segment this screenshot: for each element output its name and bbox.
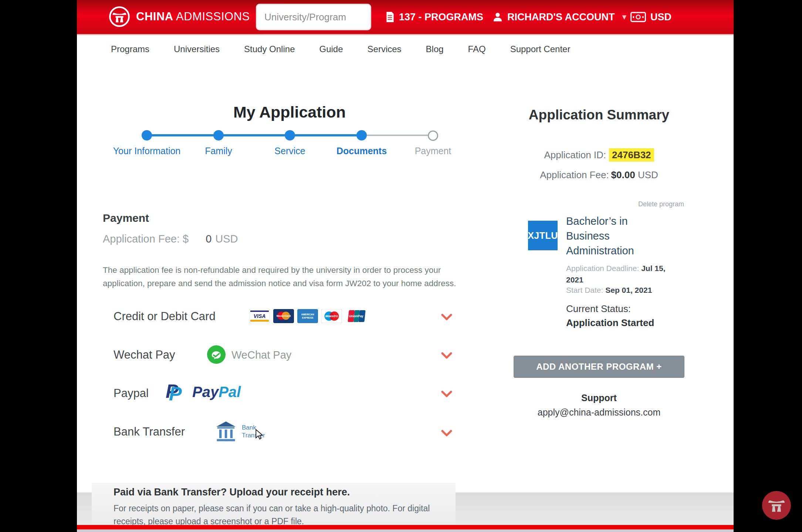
step-dot-your-information[interactable] (142, 130, 152, 140)
step-dot-payment[interactable] (428, 131, 438, 141)
step-dot-service[interactable] (285, 130, 295, 140)
application-id-value: 2476B32 (609, 148, 654, 162)
maestro-icon: Maestro (321, 309, 342, 323)
delete-program-link[interactable]: Delete program (514, 200, 684, 208)
svg-text:Maestro: Maestro (325, 314, 338, 318)
summary-fee-line: Application Fee:$0.00 USD (514, 169, 684, 181)
expand-wechat-chevron-icon[interactable] (441, 352, 452, 359)
bank-icon (214, 420, 237, 443)
svg-text:VISA: VISA (254, 313, 266, 319)
university-logo: XJTLU (528, 221, 558, 250)
receipt-upload-description: For receipts on paper, please scan if yo… (114, 502, 435, 528)
page-title: My Application (77, 103, 502, 121)
fee-currency: USD (215, 233, 238, 245)
fee-value: 0 (206, 233, 212, 245)
nav-item-programs[interactable]: Programs (111, 44, 149, 54)
svg-text:MasterCard: MasterCard (277, 315, 291, 317)
brand-logo-link[interactable]: CHINA ADMISSIONS (109, 6, 250, 27)
nav-item-guide[interactable]: Guide (319, 44, 343, 54)
programs-count-link[interactable]: 137 - PROGRAMS (386, 0, 483, 34)
banknote-icon (630, 12, 646, 22)
current-status-label: Current Status: (566, 303, 631, 315)
expand-bank-transfer-chevron-icon[interactable] (441, 430, 452, 437)
mouse-cursor (254, 429, 265, 441)
corner-watermark-logo (762, 491, 791, 520)
summary-title: Application Summary (514, 107, 684, 123)
unionpay-icon: UnionPay (345, 309, 366, 323)
application-fee-line: Application Fee: $0USD (103, 233, 238, 245)
svg-text:UnionPay: UnionPay (349, 314, 363, 318)
step-label-payment[interactable]: Payment (392, 145, 474, 157)
method-credit-card-label[interactable]: Credit or Debit Card (114, 310, 216, 323)
wechat-pay-wordmark: WeChat Pay (231, 349, 291, 361)
card-brand-logos: VISA MasterCard AMERICAN EXPRESS Maestro (249, 309, 366, 323)
application-id-label: Application ID: (544, 149, 606, 160)
nav-item-study-online[interactable]: Study Online (244, 44, 295, 54)
nav-item-universities[interactable]: Universities (174, 44, 220, 54)
wechat-pay-icon (207, 345, 226, 364)
receipt-upload-heading: Paid via Bank Transfer? Upload your rece… (114, 487, 350, 498)
expand-paypal-chevron-icon[interactable] (441, 390, 452, 398)
add-another-program-button[interactable]: ADD ANOTHER PROGRAM + (514, 356, 684, 378)
summary-fee-value: $0.00 (611, 169, 635, 180)
document-icon (386, 11, 395, 23)
stepper-remaining-line (362, 135, 433, 136)
step-label-your-information[interactable]: Your Information (106, 145, 187, 157)
nav-item-services[interactable]: Services (368, 44, 402, 54)
svg-text:AMERICAN: AMERICAN (301, 313, 314, 316)
svg-text:EXPRESS: EXPRESS (302, 316, 314, 319)
visa-icon: VISA (249, 309, 270, 323)
step-dot-documents[interactable] (356, 130, 367, 140)
method-wechat-label[interactable]: Wechat Pay (114, 348, 175, 362)
step-label-documents[interactable]: Documents (321, 145, 402, 157)
china-admissions-gate-icon (109, 6, 130, 27)
current-status-value: Application Started (566, 317, 654, 329)
summary-fee-label: Application Fee: (540, 169, 609, 180)
page: CHINA ADMISSIONS 137 - PROGRAMS RICHARD'… (77, 0, 734, 532)
step-dot-family[interactable] (213, 130, 224, 140)
user-icon (493, 12, 503, 22)
paypal-icon: PP (166, 380, 188, 404)
summary-fee-currency: USD (638, 169, 658, 180)
method-paypal-label[interactable]: Paypal (114, 387, 149, 400)
account-label: RICHARD'S ACCOUNT (507, 11, 615, 23)
nav-item-faq[interactable]: FAQ (468, 44, 486, 54)
payment-section-heading: Payment (103, 212, 149, 224)
account-menu[interactable]: RICHARD'S ACCOUNT ▼ (493, 0, 628, 34)
red-divider-line (77, 525, 734, 529)
band-lower-strip (77, 529, 734, 532)
mastercard-icon: MasterCard (273, 309, 294, 323)
programs-count-label: 137 - PROGRAMS (399, 11, 483, 23)
nav-item-blog[interactable]: Blog (426, 44, 444, 54)
method-bank-transfer-label[interactable]: Bank Transfer (114, 425, 185, 438)
program-name[interactable]: Bachelor’s in Business Administration (566, 214, 655, 258)
top-header-bar: CHINA ADMISSIONS 137 - PROGRAMS RICHARD'… (77, 0, 734, 35)
currency-selector[interactable]: USD (630, 0, 671, 34)
paypal-wordmark: PayPal (192, 384, 241, 400)
main-navigation: Programs Universities Study Online Guide… (77, 35, 734, 63)
support-email-link[interactable]: apply@china-admissions.com (514, 407, 684, 418)
american-express-icon: AMERICAN EXPRESS (297, 309, 318, 323)
program-deadline: Application Deadline: Jul 15, 2021 (566, 262, 674, 285)
step-label-family[interactable]: Family (178, 145, 259, 157)
support-title: Support (514, 393, 684, 403)
stepper-progress-line (147, 134, 362, 136)
expand-credit-card-chevron-icon[interactable] (441, 314, 452, 321)
nav-item-support-center[interactable]: Support Center (510, 44, 571, 54)
chevron-down-icon: ▼ (620, 13, 628, 21)
search-input[interactable] (256, 4, 371, 30)
fee-note: The application fee is non-refundable an… (103, 264, 467, 290)
step-label-service[interactable]: Service (249, 145, 331, 157)
fee-label: Application Fee: $ (103, 233, 189, 245)
china-admissions-gate-icon (768, 498, 785, 513)
currency-label: USD (650, 11, 671, 23)
brand-name: CHINA ADMISSIONS (136, 10, 250, 23)
program-start-date: Start Date: Sep 01, 2021 (566, 286, 684, 295)
application-id-line: Application ID:2476B32 (514, 149, 684, 161)
